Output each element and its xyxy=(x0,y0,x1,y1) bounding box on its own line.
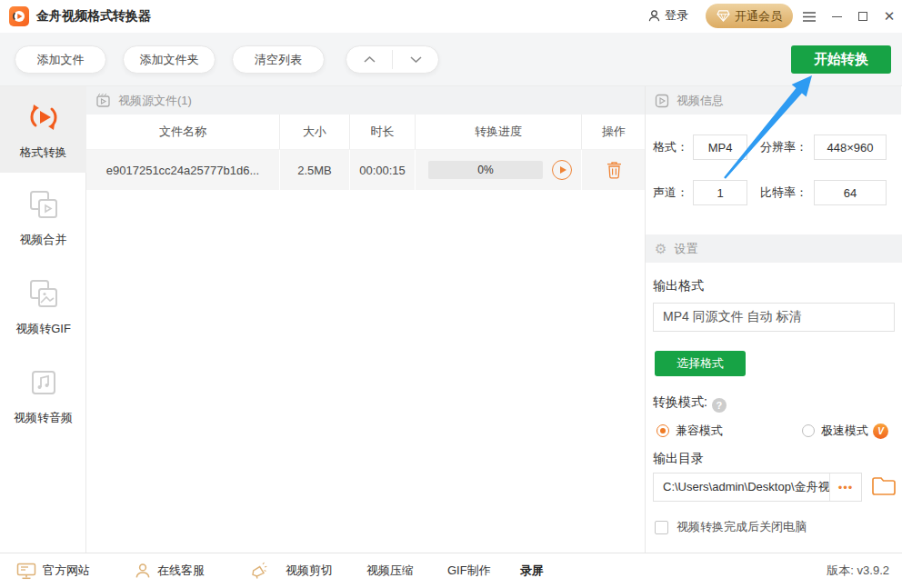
action-cell xyxy=(582,150,646,190)
folder-icon xyxy=(871,475,897,497)
start-convert-button[interactable]: 开始转换 xyxy=(791,45,891,74)
file-duration-cell: 00:00:15 xyxy=(350,150,416,190)
sidebar-item-video-to-audio[interactable]: 视频转音频 xyxy=(0,351,86,440)
login-label: 登录 xyxy=(665,7,688,24)
sidebar-item-label: 视频转音频 xyxy=(14,410,73,426)
minimize-icon xyxy=(832,16,842,17)
clear-list-button[interactable]: 清空列表 xyxy=(232,45,325,74)
output-format-field[interactable] xyxy=(653,303,895,332)
column-header-name: 文件名称 xyxy=(86,115,280,149)
delete-trash-icon[interactable] xyxy=(606,161,623,179)
video-info-header: 视频信息 xyxy=(646,86,901,115)
maximize-icon xyxy=(858,12,867,21)
sidebar: 格式转换 视频合并 视频转GIF xyxy=(0,86,86,553)
progress-value: 0% xyxy=(477,164,493,176)
resolution-field[interactable] xyxy=(814,135,887,160)
convert-mode-options: 兼容模式 极速模式 V xyxy=(656,422,895,440)
login-button[interactable]: 登录 xyxy=(647,7,688,24)
hamburger-icon xyxy=(803,12,816,22)
video-source-icon xyxy=(95,93,111,108)
progress-cell: 0% xyxy=(416,150,582,190)
settings-header: ⚙ 设置 xyxy=(646,234,902,263)
promo-megaphone-icon xyxy=(249,553,269,588)
close-button[interactable]: ✕ xyxy=(877,0,902,33)
screen-record-link[interactable]: 录屏 xyxy=(520,553,544,588)
format-convert-icon xyxy=(25,99,62,135)
add-file-button[interactable]: 添加文件 xyxy=(15,45,106,74)
sidebar-item-label: 视频合并 xyxy=(20,232,67,248)
resolution-label: 分辨率： xyxy=(760,135,807,160)
bitrate-field[interactable] xyxy=(814,180,887,205)
maximize-button[interactable] xyxy=(850,0,876,33)
output-format-label: 输出格式 xyxy=(653,278,704,294)
screen-record-label: 录屏 xyxy=(520,563,544,579)
gear-icon: ⚙ xyxy=(655,242,666,255)
video-cut-label: 视频剪切 xyxy=(286,563,333,579)
gif-maker-label: GIF制作 xyxy=(447,563,491,579)
move-up-button[interactable] xyxy=(346,46,392,73)
progress-bar: 0% xyxy=(428,161,543,179)
file-size-cell: 2.5MB xyxy=(280,150,350,190)
video-to-audio-icon xyxy=(25,364,62,401)
vip-label: 开通会员 xyxy=(735,8,782,25)
video-compress-label: 视频压缩 xyxy=(366,563,414,579)
shutdown-checkbox[interactable] xyxy=(655,521,668,534)
open-folder-button[interactable] xyxy=(871,475,897,501)
video-compress-link[interactable]: 视频压缩 xyxy=(366,553,414,588)
menu-button[interactable] xyxy=(797,0,822,33)
app-title: 金舟视频格式转换器 xyxy=(36,8,151,25)
choose-format-button[interactable]: 选择格式 xyxy=(655,351,746,376)
app-window: 金舟视频格式转换器 登录 开通会员 ✕ xyxy=(0,0,902,588)
vip-upgrade-button[interactable]: 开通会员 xyxy=(706,4,793,28)
reorder-button-group xyxy=(346,45,439,74)
add-folder-button[interactable]: 添加文件夹 xyxy=(123,45,215,74)
chevron-up-icon xyxy=(364,56,376,63)
user-icon xyxy=(647,9,661,23)
diamond-icon xyxy=(717,10,730,22)
column-header-size: 大小 xyxy=(280,115,350,149)
move-down-button[interactable] xyxy=(393,46,438,73)
official-site-link[interactable]: 官方网站 xyxy=(16,553,90,588)
sidebar-item-video-to-gif[interactable]: 视频转GIF xyxy=(0,262,86,351)
file-name-cell: e9017251cc24a25777b1d6... xyxy=(86,150,280,190)
chevron-down-icon xyxy=(410,56,422,63)
file-list-title: 视频源文件(1) xyxy=(118,93,192,109)
bitrate-label: 比特率： xyxy=(760,180,807,205)
help-question-icon[interactable]: ? xyxy=(712,398,727,413)
play-icon xyxy=(560,166,566,174)
browse-dots-button[interactable]: ••• xyxy=(829,473,861,501)
play-file-button[interactable] xyxy=(552,160,572,180)
sidebar-item-video-merge[interactable]: 视频合并 xyxy=(0,173,86,262)
minimize-button[interactable] xyxy=(824,0,849,33)
title-bar: 金舟视频格式转换器 登录 开通会员 ✕ xyxy=(0,0,902,33)
right-panel: 视频信息 格式： 分辨率： 声道： 比特率： ⚙ 设置 输出格式 选择格式 转换… xyxy=(645,86,901,553)
official-site-label: 官方网站 xyxy=(43,563,90,579)
vip-v-badge-icon: V xyxy=(873,424,888,439)
radio-fast-mode[interactable] xyxy=(802,424,815,437)
column-header-duration: 时长 xyxy=(350,115,416,149)
toolbar: 添加文件 添加文件夹 清空列表 开始转换 xyxy=(0,33,902,86)
video-merge-icon xyxy=(25,186,62,223)
table-row[interactable]: e9017251cc24a25777b1d6... 2.5MB 00:00:15… xyxy=(86,150,646,190)
file-list-header: 视频源文件(1) xyxy=(86,86,646,115)
fast-mode-label: 极速模式 xyxy=(821,423,868,439)
video-cut-link[interactable]: 视频剪切 xyxy=(286,553,333,588)
close-icon: ✕ xyxy=(884,8,896,25)
channels-label: 声道： xyxy=(653,180,688,205)
app-logo-icon xyxy=(9,6,29,26)
shutdown-label: 视频转换完成后关闭电脑 xyxy=(676,519,807,535)
sidebar-item-format-convert[interactable]: 格式转换 xyxy=(0,86,86,173)
customer-service-icon xyxy=(135,563,151,579)
online-service-link[interactable]: 在线客服 xyxy=(135,553,205,588)
output-dir-field[interactable]: C:\Users\admin\Desktop\金舟视 ••• xyxy=(653,473,862,502)
gif-maker-link[interactable]: GIF制作 xyxy=(447,553,491,588)
column-header-action: 操作 xyxy=(582,115,646,149)
video-info-icon xyxy=(655,94,669,108)
sidebar-item-label: 视频转GIF xyxy=(15,321,71,337)
settings-title: 设置 xyxy=(674,241,697,257)
column-header-progress: 转换进度 xyxy=(416,115,582,149)
channels-field[interactable] xyxy=(693,180,747,205)
radio-compatible-mode[interactable] xyxy=(656,424,669,437)
video-info-title: 视频信息 xyxy=(676,93,724,109)
format-field[interactable] xyxy=(693,135,747,160)
